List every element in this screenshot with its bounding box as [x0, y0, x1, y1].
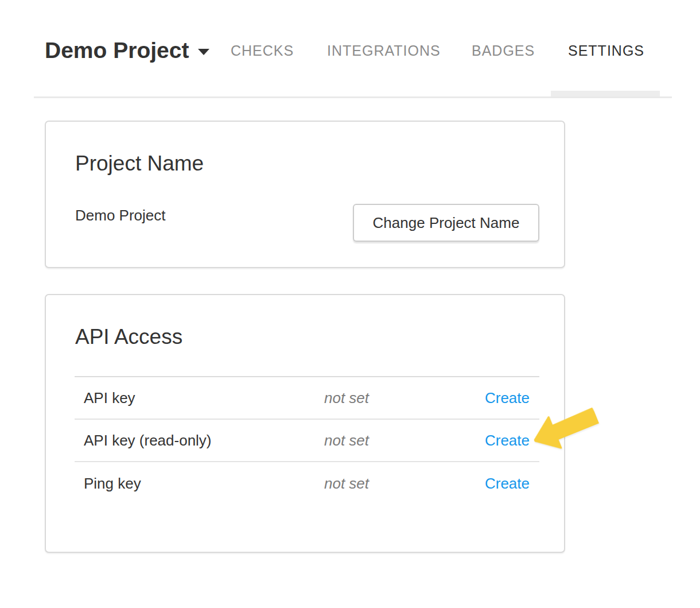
tab-badges[interactable]: BADGES: [472, 44, 535, 58]
api-key-label: API key: [75, 389, 324, 407]
change-project-name-button[interactable]: Change Project Name: [353, 204, 539, 242]
caret-down-icon: [198, 49, 209, 55]
create-api-key-readonly-link[interactable]: Create: [485, 432, 530, 449]
tab-settings[interactable]: SETTINGS: [568, 44, 644, 58]
ping-key-label: Ping key: [75, 475, 324, 493]
tab-checks[interactable]: CHECKS: [231, 44, 294, 58]
ping-key-value: not set: [324, 475, 369, 493]
nav-divider: [34, 96, 672, 98]
project-name-card: Project Name Demo Project Change Project…: [45, 121, 565, 268]
tab-integrations[interactable]: INTEGRATIONS: [327, 44, 441, 58]
create-ping-key-link[interactable]: Create: [485, 475, 530, 492]
api-key-readonly-label: API key (read-only): [75, 432, 324, 450]
table-row-ping-key: Ping key not set Create: [75, 462, 539, 505]
project-title: Demo Project: [45, 39, 189, 61]
create-api-key-link[interactable]: Create: [485, 389, 530, 406]
api-keys-table: API key not set Create API key (read-onl…: [75, 376, 539, 505]
table-row-api-key-readonly: API key (read-only) not set Create: [75, 420, 539, 462]
api-access-heading: API Access: [75, 326, 182, 349]
project-name-heading: Project Name: [75, 152, 204, 176]
table-row-api-key: API key not set Create: [75, 377, 539, 420]
settings-page: Demo Project CHECKS INTEGRATIONS BADGES …: [0, 0, 700, 608]
api-access-card: API Access API key not set Create API ke…: [45, 294, 565, 553]
api-key-readonly-value: not set: [324, 432, 369, 450]
project-switcher-dropdown[interactable]: Demo Project: [45, 39, 209, 61]
project-name-value: Demo Project: [75, 207, 166, 224]
api-key-value: not set: [324, 389, 369, 407]
